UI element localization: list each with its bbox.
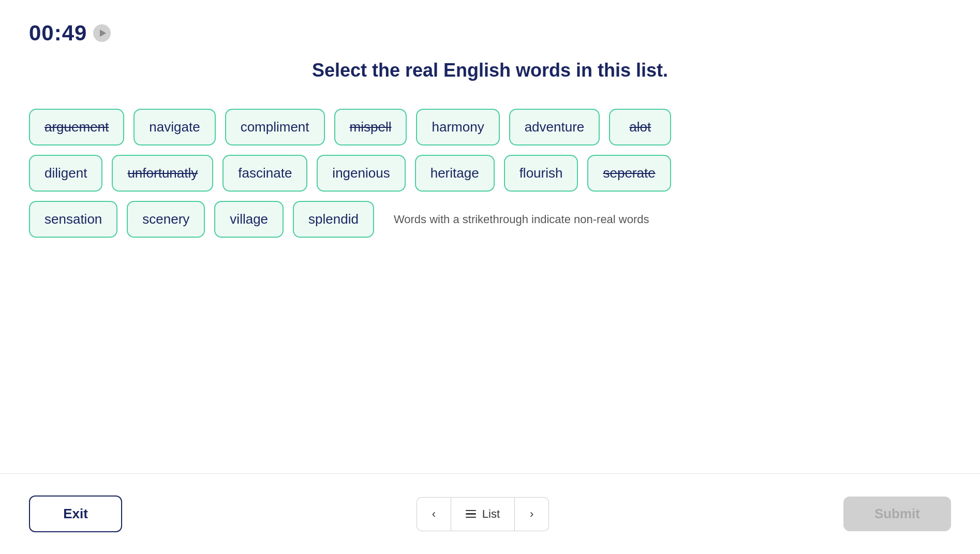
word-chip[interactable]: diligent bbox=[29, 155, 102, 192]
hint-text: Words with a strikethrough indicate non-… bbox=[383, 213, 649, 226]
exit-button[interactable]: Exit bbox=[29, 495, 122, 532]
words-area: arguement navigate compliment mispell ha… bbox=[29, 109, 951, 247]
word-chip[interactable]: sensation bbox=[29, 201, 117, 238]
word-chip[interactable]: unfortunatly bbox=[112, 155, 213, 192]
list-button[interactable]: List bbox=[451, 497, 515, 531]
word-row-2: diligent unfortunatly fascinate ingeniou… bbox=[29, 155, 951, 192]
timer-display: 00:49 bbox=[29, 21, 87, 46]
word-chip[interactable]: harmony bbox=[416, 109, 499, 145]
word-chip[interactable]: arguement bbox=[29, 109, 124, 145]
word-chip[interactable]: alot bbox=[609, 109, 671, 145]
word-chip[interactable]: village bbox=[214, 201, 284, 238]
word-chip[interactable]: ingenious bbox=[317, 155, 405, 192]
word-row-3: sensation scenery village splendid Words… bbox=[29, 201, 951, 238]
word-chip[interactable]: splendid bbox=[293, 201, 374, 238]
word-chip[interactable]: scenery bbox=[127, 201, 205, 238]
word-chip[interactable]: navigate bbox=[133, 109, 215, 145]
word-chip[interactable]: compliment bbox=[225, 109, 325, 145]
hamburger-icon bbox=[466, 510, 476, 518]
navigation-group: ‹ List › bbox=[417, 497, 549, 531]
word-chip[interactable]: mispell bbox=[334, 109, 407, 145]
next-button[interactable]: › bbox=[515, 497, 549, 531]
word-chip[interactable]: fascinate bbox=[222, 155, 307, 192]
word-row-1: arguement navigate compliment mispell ha… bbox=[29, 109, 951, 145]
prev-button[interactable]: ‹ bbox=[417, 497, 451, 531]
timer-area: 00:49 bbox=[29, 21, 111, 46]
bottom-bar: Exit ‹ List › Submit bbox=[0, 474, 980, 554]
word-chip[interactable]: flourish bbox=[504, 155, 578, 192]
instruction-text: Select the real English words in this li… bbox=[0, 60, 980, 81]
list-label: List bbox=[482, 507, 500, 521]
word-chip[interactable]: seperate bbox=[587, 155, 671, 192]
submit-button[interactable]: Submit bbox=[843, 497, 951, 531]
word-chip[interactable]: heritage bbox=[415, 155, 495, 192]
play-button[interactable] bbox=[93, 24, 111, 42]
word-chip[interactable]: adventure bbox=[509, 109, 600, 145]
